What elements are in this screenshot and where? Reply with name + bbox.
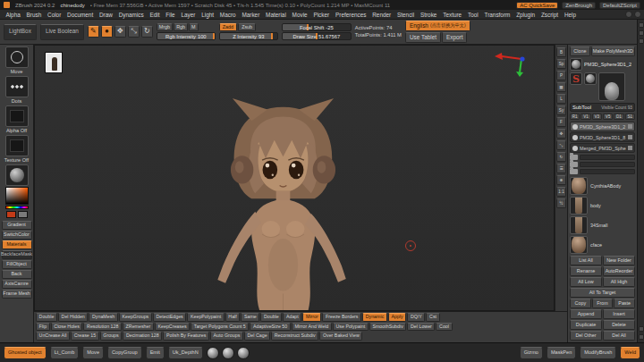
subtool-button-del-all[interactable]: Del All (603, 331, 635, 341)
polypaint-icon[interactable] (628, 146, 632, 150)
live-boolean-button[interactable]: Live Boolean (40, 24, 84, 40)
z-intensity-slider[interactable]: Z Intensity93 (219, 32, 278, 40)
dock-button-modifybrush[interactable]: ModifyBrush (580, 347, 616, 359)
geometry-button-smoothsubdiv[interactable]: SmoothSubdiv (369, 323, 407, 332)
subtool-thumb-cface[interactable]: cface (570, 235, 635, 254)
geometry-button-del-hidden[interactable]: Del Hidden (58, 313, 88, 322)
main-color-swatch[interactable] (6, 211, 16, 218)
left-tray-button-gradient[interactable]: Gradient (2, 221, 32, 230)
use-tablet-button[interactable]: Use Tablet (405, 32, 441, 43)
menu-texture[interactable]: Texture (440, 12, 465, 18)
geometry-button-dynamic[interactable]: Dynamic (362, 313, 387, 322)
geometry-button-keeppolypaint[interactable]: KeepPolypaint (187, 313, 224, 322)
geometry-button-uncrease-all[interactable]: UnCrease All (36, 332, 70, 341)
menu-marker[interactable]: Marker (239, 12, 263, 18)
persp-icon[interactable]: P (556, 71, 566, 80)
subtool-item-pm3d-sphere3d1-2[interactable]: PM3D_Sphere3D1_2 (570, 122, 635, 131)
clone-button[interactable]: Clone (570, 46, 590, 56)
subtool-button-list-all[interactable]: List All (570, 256, 602, 265)
scroll-icon[interactable]: ☰ (556, 164, 566, 173)
subtool-section-title[interactable]: SubTool (572, 105, 591, 110)
geometry-button-freeze-borders[interactable]: Freeze Borders (322, 313, 361, 322)
geometry-button-del-lower[interactable]: Del Lower (407, 323, 435, 332)
geometry-button-double[interactable]: Double (36, 313, 57, 322)
subtool-toggle-r1[interactable]: R1 (570, 114, 580, 120)
geometry-button-target-polygons-count-5[interactable]: Target Polygons Count 5 (191, 323, 249, 332)
ghosted-object-button[interactable]: Ghosted object (4, 347, 47, 359)
geometry-button-cst[interactable]: Cst (426, 313, 439, 322)
visibility-eye-icon[interactable] (572, 135, 578, 140)
brush-selector[interactable] (5, 46, 29, 68)
menu-render[interactable]: Render (369, 12, 394, 18)
geometry-button-adaptivesize-50[interactable]: AdaptiveSize 50 (250, 323, 290, 332)
geometry-button-resolution-128[interactable]: Resolution 128 (83, 323, 122, 332)
subtool-toggle-v3[interactable]: V3 (592, 114, 602, 120)
subtool-folder[interactable] (570, 169, 635, 174)
subtool-button-paste[interactable]: Paste (614, 299, 635, 308)
actual-size-icon[interactable]: 1:1 (556, 187, 566, 197)
geometry-button-detectedges[interactable]: DetectEdges (153, 313, 187, 322)
menu-light[interactable]: Light (199, 12, 217, 18)
geometry-button-dynamesh[interactable]: DynaMesh (89, 313, 118, 322)
dock-button-emit[interactable]: Emit (146, 347, 165, 359)
menu-transform[interactable]: Transform (481, 12, 513, 18)
make-polymesh3d-button[interactable]: Make PolyMesh3D (591, 46, 635, 56)
geometry-button-use-polypaint[interactable]: Use Polypaint (333, 323, 369, 332)
zsub-button[interactable]: Zsub (238, 23, 256, 31)
sphere-preset-1[interactable] (207, 347, 219, 359)
geometry-button-double[interactable]: Double (260, 313, 282, 322)
polypaint-icon[interactable] (628, 124, 632, 129)
menus-toggle-icon[interactable] (634, 11, 641, 18)
menu-file[interactable]: File (163, 12, 178, 18)
resize-handle-icon[interactable] (639, 334, 644, 340)
visibility-eye-icon[interactable] (572, 146, 578, 151)
export-button[interactable]: Export (442, 32, 467, 43)
menu-zscript[interactable]: Zscript (538, 12, 562, 18)
hue-bar[interactable] (5, 206, 29, 209)
stroke-selector[interactable] (5, 76, 29, 97)
menu-brush[interactable]: Brush (23, 12, 44, 18)
subtool-button-copy[interactable]: Copy (570, 299, 591, 308)
geometry-button-mirror[interactable]: Mirror (302, 313, 321, 322)
sculpt-character[interactable] (187, 95, 379, 311)
left-tray-button-materials[interactable]: Materials (2, 240, 32, 249)
geometry-button-same[interactable]: Same (241, 313, 259, 322)
draw-icon[interactable]: ● (101, 26, 113, 38)
scale-icon[interactable]: ⤡ (128, 26, 140, 38)
dock-button-move[interactable]: Move (82, 347, 104, 359)
quicksave-button[interactable]: AC QuickSave (516, 2, 558, 9)
move-icon[interactable]: ✥ (114, 26, 126, 38)
frame-icon[interactable]: F (556, 117, 566, 127)
visibility-eye-icon[interactable] (572, 124, 578, 130)
subtool-button-autoreorder[interactable]: AutoReorder (603, 266, 635, 276)
subtool-button-all-low[interactable]: All Low (570, 277, 602, 287)
grid-icon[interactable] (639, 326, 644, 332)
menu-zplugin[interactable]: Zplugin (513, 12, 538, 18)
menu-layer[interactable]: Layer (178, 12, 199, 18)
viewport-canvas[interactable] (34, 45, 555, 311)
language-toggle-button[interactable]: English (点击切换为中文) (405, 21, 470, 31)
m-button[interactable]: M (189, 23, 199, 31)
simplebrush-tool-slot[interactable]: S (570, 72, 582, 85)
current-tool-slot[interactable] (570, 58, 582, 71)
geometry-button-apply[interactable]: Apply (388, 313, 406, 322)
polypaint-icon[interactable] (628, 135, 632, 139)
focal-shift-slider[interactable]: Focal Shift-25 (282, 23, 352, 31)
subtool-item-merged-pm3d-sphe[interactable]: Merged_PM3D_Sphe (570, 143, 635, 153)
subtool-item-pm3d-sphere3d1-8[interactable]: PM3D_Sphere3D1_8 (570, 132, 635, 142)
subtool-thumb-cynthiaabody[interactable]: CynthiaABody (570, 176, 635, 195)
menu-document[interactable]: Document (64, 12, 97, 18)
subtool-button-insert[interactable]: Insert (603, 309, 635, 319)
subtool-button-all-high[interactable]: All High (603, 277, 635, 287)
edit-object-icon[interactable]: ✎ (88, 26, 99, 38)
secondary-color-swatch[interactable] (18, 211, 28, 218)
subtool-toggle-d1[interactable]: D1 (614, 114, 623, 120)
material-selector[interactable] (5, 164, 29, 186)
dock-button-lt-comb[interactable]: Lt_Comb (50, 347, 80, 359)
geometry-button-polish-by-features[interactable]: Polish By Features (163, 332, 209, 341)
left-tray-button-axiscamre[interactable]: AxisCamre (2, 280, 32, 289)
dock-button-gizmo[interactable]: Gizmo (520, 347, 543, 359)
menu-draw[interactable]: Draw (97, 12, 116, 18)
geometry-button-half[interactable]: Half (225, 313, 241, 322)
zoom-icon[interactable]: ⊕ (556, 175, 566, 185)
